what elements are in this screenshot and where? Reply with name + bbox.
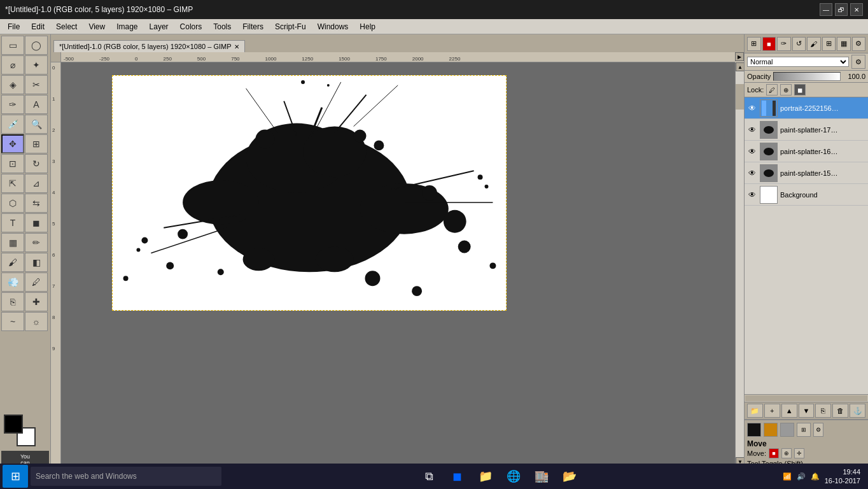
layer-extra-btn[interactable]: ⚙ [851, 55, 865, 69]
tool-color-picker[interactable]: 💉 [1, 115, 24, 134]
layer-item[interactable]: 👁 paint-splatter-15… [745, 162, 868, 184]
delete-layer-btn[interactable]: 🗑 [832, 404, 848, 418]
tool-text[interactable]: A [25, 95, 48, 114]
opacity-slider[interactable] [773, 72, 841, 81]
tool-move[interactable]: ✥ [1, 134, 24, 153]
menu-tools[interactable]: Tools [208, 21, 236, 32]
tray-notification-icon[interactable]: 🔔 [811, 472, 820, 481]
canvas-viewport[interactable] [61, 62, 735, 466]
menu-colors[interactable]: Colors [175, 21, 207, 32]
vscroll-track[interactable] [736, 71, 744, 457]
tool-paintbrush[interactable]: 🖌 [1, 253, 24, 272]
patterns-icon[interactable]: ⊞ [822, 37, 836, 51]
vscroll-up-btn[interactable]: ▲ [736, 62, 744, 71]
tool-rotate[interactable]: ↻ [25, 154, 48, 173]
menu-help[interactable]: Help [354, 21, 381, 32]
tool-dodge[interactable]: ☼ [25, 312, 48, 331]
menu-layer[interactable]: Layer [144, 21, 174, 32]
maximize-button[interactable]: 🗗 [835, 3, 848, 16]
swatch-more-btn[interactable]: ⊞ [797, 423, 811, 437]
lock-pixels-btn[interactable]: 🖊 [766, 84, 778, 96]
raise-layer-btn[interactable]: ▲ [781, 404, 797, 418]
taskbar-store[interactable]: 🏬 [529, 465, 554, 488]
fg-bg-colors[interactable] [4, 415, 36, 446]
tray-volume-icon[interactable]: 🔊 [797, 472, 806, 481]
tool-scissors[interactable]: ✂ [25, 75, 48, 94]
tool-airbrush[interactable]: 💨 [1, 273, 24, 292]
swatch-gray[interactable] [780, 423, 794, 437]
layer-item[interactable]: 👁 paint-splatter-16… [745, 141, 868, 162]
tool-flip[interactable]: ⇆ [25, 194, 48, 213]
mode-select[interactable]: Normal Multiply Screen [747, 57, 849, 67]
tool-clone[interactable]: ⎘ [1, 292, 24, 311]
channels-icon[interactable]: ■ [762, 37, 776, 51]
lower-layer-btn[interactable]: ▼ [799, 404, 815, 418]
taskbar-files[interactable]: 📁 [473, 465, 498, 488]
layer-item[interactable]: 👁 Background [745, 184, 868, 206]
layers-icon[interactable]: ⊞ [747, 37, 761, 51]
tool-ink[interactable]: 🖊 [25, 273, 48, 292]
tool-align[interactable]: ⊞ [25, 134, 48, 153]
vertical-scrollbar[interactable]: ▲ ▼ [735, 62, 744, 466]
menu-edit[interactable]: Edit [26, 21, 50, 32]
tool-rect-select[interactable]: ▭ [1, 36, 24, 55]
h-ruler-right-btn[interactable]: ▶ [735, 52, 744, 61]
system-clock[interactable]: 19:44 16-10-2017 [825, 467, 860, 486]
new-layer-btn[interactable]: + [764, 404, 780, 418]
settings-icon[interactable]: ⚙ [852, 37, 866, 51]
layer-visibility-toggle[interactable]: 👁 [747, 146, 757, 157]
layers-hscroll-thumb[interactable] [745, 395, 867, 401]
canvas-tab[interactable]: *[Untitled]-1.0 (RGB color, 5 layers) 19… [53, 40, 245, 52]
swatch-black[interactable] [747, 423, 761, 437]
tool-smudge[interactable]: ~ [1, 312, 24, 331]
close-button[interactable]: ✕ [850, 3, 863, 16]
new-layer-group-btn[interactable]: 📁 [747, 404, 763, 418]
tool-perspective[interactable]: ⬡ [1, 194, 24, 213]
taskbar-search[interactable]: Search the web and Windows [31, 467, 221, 486]
brushes-icon[interactable]: 🖌 [807, 37, 821, 51]
vscroll-thumb[interactable] [736, 84, 744, 110]
move-layer-icon[interactable]: ■ [769, 448, 779, 458]
menu-view[interactable]: View [83, 21, 110, 32]
tool-fuzzy-select[interactable]: ✦ [25, 55, 48, 74]
layers-hscroll[interactable] [745, 394, 868, 402]
tool-eraser[interactable]: ◧ [25, 253, 48, 272]
swatch-orange[interactable] [764, 423, 778, 437]
tool-shear[interactable]: ⊿ [25, 174, 48, 193]
menu-file[interactable]: File [3, 21, 25, 32]
tool-free-select[interactable]: ⌀ [1, 55, 24, 74]
tab-close-button[interactable]: ✕ [234, 43, 239, 50]
minimize-button[interactable]: — [820, 3, 832, 16]
tool-crop[interactable]: ⊡ [1, 154, 24, 173]
tray-network-icon[interactable]: 📶 [783, 472, 792, 481]
tool-pencil[interactable]: ✏ [25, 233, 48, 252]
taskbar-dropbox[interactable]: ◼ [445, 465, 470, 488]
tool-text2[interactable]: T [1, 213, 24, 232]
tool-bucket[interactable]: ◼ [25, 213, 48, 232]
tool-scale[interactable]: ⇱ [1, 174, 24, 193]
anchor-layer-btn[interactable]: ⚓ [850, 404, 865, 418]
lock-position-btn[interactable]: ⊕ [780, 84, 792, 96]
layer-item[interactable]: 👁 paint-splatter-17… [745, 119, 868, 141]
layer-visibility-toggle[interactable]: 👁 [747, 190, 757, 200]
taskbar-task-view[interactable]: ⧉ [417, 465, 442, 488]
menu-filters[interactable]: Filters [237, 21, 269, 32]
tool-paths[interactable]: ✑ [1, 95, 24, 114]
menu-image[interactable]: Image [111, 21, 143, 32]
menu-windows[interactable]: Windows [312, 21, 354, 32]
start-button[interactable]: ⊞ [3, 465, 28, 488]
tool-select-by-color[interactable]: ◈ [1, 75, 24, 94]
duplicate-layer-btn[interactable]: ⎘ [815, 404, 831, 418]
paths-icon[interactable]: ✑ [777, 37, 791, 51]
layer-visibility-toggle[interactable]: 👁 [747, 125, 757, 135]
swatch-extra-btn[interactable]: ⚙ [813, 423, 823, 437]
tool-heal[interactable]: ✚ [25, 292, 48, 311]
taskbar-edge[interactable]: 🌐 [501, 465, 526, 488]
tool-blend[interactable]: ▦ [1, 233, 24, 252]
gradients-icon[interactable]: ▦ [837, 37, 851, 51]
foreground-color[interactable] [4, 415, 23, 434]
menu-select[interactable]: Select [51, 21, 82, 32]
layer-visibility-toggle[interactable]: 👁 [747, 103, 757, 113]
lock-alpha-btn[interactable]: ◼ [794, 84, 806, 96]
move-crosshair-icon[interactable]: ✛ [794, 448, 804, 458]
